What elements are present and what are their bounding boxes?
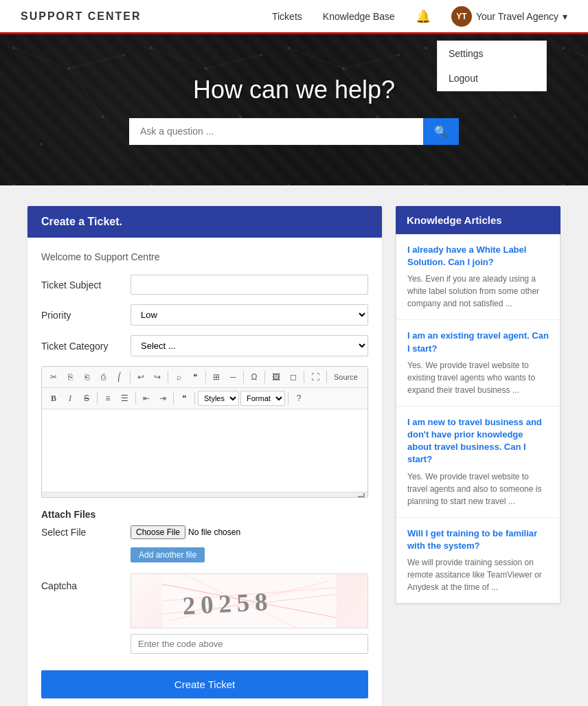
rte-image-btn[interactable]: 🖼 bbox=[268, 369, 284, 385]
select-file-label: Select File bbox=[41, 527, 131, 538]
settings-menu-item[interactable]: Settings bbox=[438, 41, 546, 66]
rte-undo-btn[interactable]: ↩ bbox=[133, 369, 148, 385]
rte-hr-btn[interactable]: ─ bbox=[225, 369, 240, 385]
rte-sep2 bbox=[168, 371, 168, 383]
rte-sep12 bbox=[288, 392, 289, 405]
file-input[interactable] bbox=[131, 525, 286, 539]
rte-flash-btn[interactable]: ◻ bbox=[286, 369, 301, 385]
user-name: Your Travel Agency bbox=[476, 11, 558, 22]
search-button[interactable]: 🔍 bbox=[423, 118, 459, 145]
notifications-icon[interactable]: 🔔 bbox=[416, 9, 431, 24]
article-preview-4: We will provide training session on remo… bbox=[407, 556, 549, 593]
rte-maximize-btn[interactable]: ⛶ bbox=[307, 369, 324, 385]
rte-sep7 bbox=[326, 371, 327, 383]
rte-bold-btn[interactable]: B bbox=[46, 391, 61, 406]
rte-ordered-list-btn[interactable]: ≡ bbox=[100, 391, 115, 406]
subject-label: Ticket Subject bbox=[41, 280, 131, 291]
captcha-content: 20258 bbox=[131, 573, 368, 654]
knowledge-panel: Knowledge Articles I already have a Whit… bbox=[396, 206, 561, 706]
nav-knowledge-base[interactable]: Knowledge Base bbox=[323, 11, 395, 22]
article-item-2[interactable]: I am an existing travel agent. Can I sta… bbox=[396, 320, 560, 406]
hero-title: How can we help? bbox=[193, 76, 395, 104]
rte-increase-indent-btn[interactable]: ⇥ bbox=[155, 391, 170, 406]
article-title-3: I am new to travel business and don't ha… bbox=[407, 416, 549, 466]
rte-unordered-list-btn[interactable]: ☰ bbox=[117, 391, 133, 406]
captcha-input[interactable] bbox=[131, 634, 368, 654]
select-file-row: Select File bbox=[41, 525, 368, 539]
article-preview-1: Yes. Even if you are aleady using a whit… bbox=[407, 273, 549, 310]
site-logo: SUPPORT CENTER bbox=[21, 10, 142, 23]
file-input-wrapper bbox=[131, 525, 368, 539]
rte-redo-btn[interactable]: ↪ bbox=[150, 369, 165, 385]
captcha-section: Captcha 20258 bbox=[41, 573, 368, 654]
main-content: Create a Ticket. Welcome to Support Cent… bbox=[0, 185, 588, 706]
priority-label: Priority bbox=[41, 310, 131, 321]
category-label: Ticket Category bbox=[41, 341, 131, 352]
resize-grip-icon bbox=[358, 493, 365, 497]
create-ticket-button[interactable]: Create Ticket bbox=[41, 670, 368, 698]
search-input[interactable] bbox=[129, 118, 423, 145]
article-item-3[interactable]: I am new to travel business and don't ha… bbox=[396, 407, 560, 518]
ticket-form-body: Welcome to Support Centre Ticket Subject… bbox=[27, 238, 382, 706]
rte-toolbar-row1: ✂ ⎘ ⎗ ⎙ ⎛ ↩ ↪ ⌕ ❝ ⊞ ─ Ω � bbox=[42, 367, 368, 388]
rte-special-char-btn[interactable]: Ω bbox=[247, 369, 262, 385]
hero-search-bar: 🔍 bbox=[129, 118, 459, 145]
rte-sep4 bbox=[243, 371, 244, 383]
rte-blockquote2-btn[interactable]: ❝ bbox=[177, 391, 192, 406]
rte-strikethrough-btn[interactable]: S bbox=[79, 391, 94, 406]
rte-sep11 bbox=[194, 392, 195, 405]
rte-table-btn[interactable]: ⊞ bbox=[209, 369, 224, 385]
article-title-1: I already have a White Label Solution. C… bbox=[407, 244, 549, 269]
rte-italic-btn[interactable]: I bbox=[63, 391, 78, 406]
rte-body[interactable] bbox=[42, 409, 368, 492]
rte-source-btn[interactable]: Source bbox=[330, 369, 362, 385]
article-item-4[interactable]: Will I get training to be familiar with … bbox=[396, 518, 560, 603]
user-dropdown: Settings Logout bbox=[437, 41, 547, 91]
rte-find-btn[interactable]: ⌕ bbox=[171, 369, 186, 385]
captcha-label: Captcha bbox=[41, 573, 120, 591]
ticket-form-container: Create a Ticket. Welcome to Support Cent… bbox=[27, 206, 382, 706]
rte-sep10 bbox=[173, 392, 174, 405]
rte-help-btn[interactable]: ? bbox=[291, 391, 306, 406]
rte-format-select[interactable]: Format bbox=[240, 391, 285, 406]
rte-paste-text-btn[interactable]: ⎙ bbox=[95, 369, 111, 385]
rte-paste-btn[interactable]: ⎗ bbox=[79, 369, 94, 385]
ticket-form-header: Create a Ticket. bbox=[27, 206, 382, 238]
subject-group: Ticket Subject bbox=[41, 275, 368, 295]
attach-section: Attach Files Select File Add another fil… bbox=[41, 509, 368, 562]
rte-sep8 bbox=[97, 392, 98, 405]
logout-menu-item[interactable]: Logout bbox=[438, 66, 546, 91]
captcha-svg: 20258 bbox=[131, 574, 368, 628]
form-welcome-text: Welcome to Support Centre bbox=[41, 251, 368, 262]
rte-sep1 bbox=[130, 371, 131, 383]
attach-title: Attach Files bbox=[41, 509, 368, 520]
rich-text-editor: ✂ ⎘ ⎗ ⎙ ⎛ ↩ ↪ ⌕ ❝ ⊞ ─ Ω � bbox=[41, 366, 368, 498]
header: SUPPORT CENTER Tickets Knowledge Base 🔔 … bbox=[0, 0, 588, 34]
article-item-1[interactable]: I already have a White Label Solution. C… bbox=[396, 234, 560, 320]
priority-select[interactable]: Low Medium High Urgent bbox=[131, 304, 368, 326]
rte-resize-handle[interactable] bbox=[42, 492, 368, 497]
article-title-4: Will I get training to be familiar with … bbox=[407, 527, 549, 552]
article-preview-3: Yes. We provide travel website to travel… bbox=[407, 470, 549, 508]
category-group: Ticket Category Select ... bbox=[41, 335, 368, 356]
svg-text:20258: 20258 bbox=[182, 587, 274, 620]
nav-tickets[interactable]: Tickets bbox=[272, 11, 302, 22]
rte-sep5 bbox=[264, 371, 265, 383]
rte-toolbar-row2: B I S ≡ ☰ ⇤ ⇥ ❝ Styles Format bbox=[42, 388, 368, 409]
rte-sep3 bbox=[205, 371, 206, 383]
user-menu-button[interactable]: YT Your Travel Agency ▾ bbox=[451, 6, 567, 27]
priority-group: Priority Low Medium High Urgent bbox=[41, 304, 368, 326]
rte-paste-word-btn[interactable]: ⎛ bbox=[112, 369, 127, 385]
avatar: YT bbox=[451, 6, 472, 27]
rte-decrease-indent-btn[interactable]: ⇤ bbox=[139, 391, 154, 406]
subject-input[interactable] bbox=[131, 275, 368, 295]
add-another-file-button[interactable]: Add another file bbox=[131, 547, 205, 562]
captcha-image: 20258 bbox=[131, 573, 368, 628]
rte-styles-select[interactable]: Styles bbox=[198, 391, 239, 406]
rte-copy-btn[interactable]: ⎘ bbox=[63, 369, 78, 385]
category-select[interactable]: Select ... bbox=[131, 335, 368, 356]
rte-cut-btn[interactable]: ✂ bbox=[46, 369, 61, 385]
article-preview-2: Yes. We provide travel website to existi… bbox=[407, 359, 549, 396]
search-icon: 🔍 bbox=[434, 126, 448, 137]
rte-blockquote-btn[interactable]: ❝ bbox=[188, 369, 203, 385]
